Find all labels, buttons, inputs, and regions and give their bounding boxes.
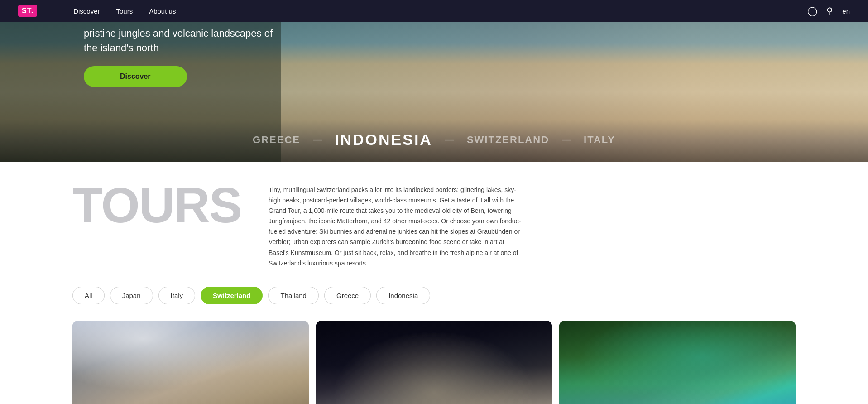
filter-greece[interactable]: Greece [324, 287, 371, 304]
dest-sep-1: — [309, 135, 326, 145]
nav-links: Discover Tours About us [73, 7, 176, 15]
filter-tabs: All Japan Italy Switzerland Thailand Gre… [72, 287, 796, 304]
tour-cards-grid [72, 321, 796, 404]
hero-section: pristine jungles and volcanic landscapes… [0, 22, 868, 162]
nav-about[interactable]: About us [149, 7, 176, 15]
tour-card-zurich-image [72, 321, 309, 404]
logo[interactable]: ST. [18, 5, 37, 17]
nav-tours[interactable]: Tours [116, 7, 133, 15]
tour-card-matterhorn-image [316, 321, 552, 404]
tour-card-matterhorn[interactable] [316, 321, 552, 404]
filter-indonesia[interactable]: Indonesia [376, 287, 430, 304]
search-icon[interactable]: ⚲ [826, 5, 833, 16]
user-icon[interactable]: ◯ [807, 5, 817, 16]
filter-all[interactable]: All [72, 287, 105, 304]
dest-italy[interactable]: ITALY [575, 134, 624, 146]
tours-title: TOURS [72, 180, 241, 230]
filter-switzerland[interactable]: Switzerland [201, 287, 263, 304]
dest-switzerland[interactable]: SWITZERLAND [458, 134, 558, 146]
dest-sep-3: — [558, 135, 575, 145]
filter-japan[interactable]: Japan [110, 287, 153, 304]
language-selector[interactable]: en [842, 7, 850, 15]
main-content: TOURS Tiny, multilingual Switzerland pac… [0, 162, 868, 404]
tour-card-lake-image [559, 321, 796, 404]
tours-description: Tiny, multilingual Switzerland packs a l… [269, 180, 522, 269]
tour-card-zurich[interactable] [72, 321, 309, 404]
nav-discover[interactable]: Discover [73, 7, 100, 15]
dest-greece[interactable]: GREECE [244, 134, 309, 146]
hero-discover-button[interactable]: Discover [84, 66, 187, 87]
navbar: ST. Discover Tours About us ◯ ⚲ en [0, 0, 868, 22]
hero-destinations: GREECE — INDONESIA — SWITZERLAND — ITALY [244, 131, 624, 149]
nav-right: ◯ ⚲ en [807, 5, 850, 16]
hero-description: pristine jungles and volcanic landscapes… [84, 26, 283, 55]
filter-italy[interactable]: Italy [158, 287, 196, 304]
filter-thailand[interactable]: Thailand [268, 287, 319, 304]
dest-indonesia[interactable]: INDONESIA [326, 131, 441, 149]
tour-card-lake[interactable] [559, 321, 796, 404]
hero-content: pristine jungles and volcanic landscapes… [84, 26, 283, 87]
tours-header: TOURS Tiny, multilingual Switzerland pac… [72, 180, 796, 269]
dest-sep-2: — [441, 135, 458, 145]
